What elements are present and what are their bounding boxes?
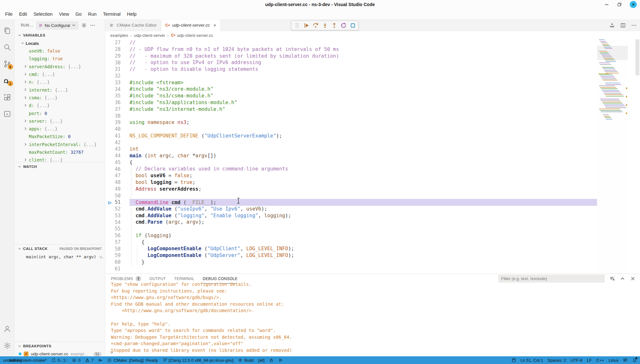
variable-row[interactable]: useV6: false	[14, 47, 105, 55]
breakpoint-checkbox[interactable]: ✓	[24, 352, 29, 356]
code-line[interactable]: 32	[105, 73, 640, 79]
code-line[interactable]: 54 cmd.Parse (argc, argv);	[105, 219, 640, 226]
status-item-warning-count[interactable]: 7	[85, 358, 94, 363]
code-line[interactable]: 47 bool useV6 = false;	[105, 172, 640, 179]
line-number[interactable]: 32	[105, 73, 130, 79]
variable-row[interactable]: server: {...}	[14, 117, 105, 125]
code-line[interactable]: 37#include "ns3/internet-module.h"	[105, 106, 640, 113]
step-out-button[interactable]	[330, 21, 338, 29]
line-number[interactable]: 39	[105, 120, 130, 125]
line-number[interactable]: 54	[105, 219, 130, 225]
code-line[interactable]: 42	[105, 139, 640, 146]
maximize-panel-icon[interactable]	[620, 276, 625, 281]
code-line[interactable]: 33#include <fstream>	[105, 79, 640, 86]
chevron-right-icon[interactable]	[23, 119, 28, 123]
watch-section-header[interactable]: WATCH	[14, 162, 105, 171]
gear-icon[interactable]	[81, 22, 87, 28]
code-line[interactable]: 61	[105, 266, 640, 272]
status-item-cmake-launch[interactable]	[278, 358, 283, 363]
code-line[interactable]: 55	[105, 226, 640, 232]
line-number[interactable]: 48	[105, 179, 130, 185]
activity-explorer[interactable]	[0, 22, 14, 39]
continue-button[interactable]	[302, 21, 310, 29]
restore-button[interactable]	[617, 2, 622, 7]
code-line[interactable]: 52 cmd.AddValue ("useIpv6", "Use Ipv6", …	[105, 206, 640, 212]
variable-row[interactable]: cmd: {...}	[14, 70, 105, 78]
code-line[interactable]: 34#include "ns3/core-module.h"	[105, 86, 640, 93]
line-number[interactable]: 31	[105, 66, 130, 72]
line-number[interactable]: 46	[105, 166, 130, 172]
line-number[interactable]: 43	[105, 146, 130, 152]
code-line[interactable]: 38	[105, 112, 640, 119]
variable-row[interactable]: port: 0	[14, 109, 105, 117]
code-line[interactable]: 45{	[105, 159, 640, 166]
status-item-remote-os[interactable]: Linux	[609, 358, 619, 363]
status-item-error-count[interactable]: 0	[72, 358, 80, 363]
status-item-cmake-build[interactable]: Build	[238, 358, 253, 363]
code-line[interactable]: 31// - option to disable logging stateme…	[105, 66, 640, 73]
variable-row[interactable]: internet: {...}	[14, 86, 105, 94]
debug-config-dropdown[interactable]: No Configural	[36, 21, 78, 29]
variable-row[interactable]: csma: {...}	[14, 94, 105, 102]
menu-item-view[interactable]: View	[56, 10, 72, 18]
breadcrumb-item[interactable]: udp-client-server	[134, 33, 165, 38]
status-item-encoding[interactable]: UTF-8	[570, 358, 582, 363]
code-line[interactable]: 29// - maximum of 320 packets sent (or l…	[105, 53, 640, 60]
line-number[interactable]: 59	[105, 252, 130, 258]
code-line[interactable]: 56 if (logging)	[105, 232, 640, 239]
more-actions-icon[interactable]	[90, 22, 96, 28]
status-item-cmake-debug[interactable]	[269, 358, 274, 363]
more-actions-button[interactable]	[631, 22, 637, 28]
line-number[interactable]: 29	[105, 53, 130, 59]
activity-source-control[interactable]: 6	[0, 55, 14, 72]
variable-row[interactable]: maxPacketCount: 32767	[14, 148, 105, 156]
menu-item-help[interactable]: Help	[124, 10, 140, 18]
line-number[interactable]: 45	[105, 160, 130, 165]
status-item-feedback[interactable]	[623, 358, 628, 363]
close-button[interactable]: ×	[630, 1, 637, 8]
code-line[interactable]: 46 // Declare variables used in command-…	[105, 166, 640, 172]
line-number[interactable]: 55	[105, 226, 130, 232]
line-number[interactable]: 52	[105, 206, 130, 212]
line-number[interactable]: 27	[105, 40, 130, 46]
code-line[interactable]: 36#include "ns3/applications-module.h"	[105, 99, 640, 106]
code-line[interactable]: 60 }	[105, 259, 640, 266]
code-line[interactable]: 41NS_LOG_COMPONENT_DEFINE ("UdpClientSer…	[105, 133, 640, 139]
console-prompt[interactable]: >	[110, 350, 113, 355]
status-item-sync-status[interactable]: 0↓ 1↑	[51, 358, 68, 363]
variable-row[interactable]: MaxPacketSize: 0	[14, 133, 105, 140]
status-item-eol[interactable]: LF	[587, 358, 592, 363]
line-number[interactable]: 49	[105, 186, 130, 192]
line-number[interactable]: 38	[105, 113, 130, 119]
line-number[interactable]: 61	[105, 266, 130, 272]
menu-item-edit[interactable]: Edit	[16, 10, 30, 18]
debug-console-output[interactable]: Type "show configuration" for configurat…	[105, 281, 640, 356]
scrollbar-thumb[interactable]	[636, 39, 639, 75]
line-number[interactable]: 60	[105, 259, 130, 265]
line-number[interactable]: 50	[105, 193, 130, 199]
code-line[interactable]: 48 bool logging = true;	[105, 179, 640, 186]
code-line[interactable]: 53 cmd.AddValue ("logging", "Enable logg…	[105, 212, 640, 219]
status-item-cmake-status[interactable]: CMake: [Debug]: Ready	[107, 358, 158, 363]
activity-run-and-debug[interactable]: 1	[0, 72, 14, 89]
stop-button[interactable]	[349, 21, 357, 29]
chevron-right-icon[interactable]	[23, 95, 28, 100]
line-number[interactable]: 33	[105, 80, 130, 86]
code-line[interactable]: 49 Address serverAddress;	[105, 186, 640, 193]
activity-test-explorer[interactable]	[0, 105, 14, 122]
code-line[interactable]: 27//	[105, 39, 640, 46]
line-number[interactable]: 40	[105, 126, 130, 132]
start-debug-icon[interactable]	[38, 23, 43, 28]
console-filter-input[interactable]	[498, 275, 605, 283]
close-panel-icon[interactable]	[630, 276, 636, 281]
variable-row[interactable]: d: {...}	[14, 102, 105, 109]
tab-udp-client-server-cc[interactable]: C+udp-client-server.cc×	[161, 20, 221, 31]
clear-console-icon[interactable]	[610, 276, 615, 281]
chevron-right-icon[interactable]	[23, 64, 28, 69]
step-into-button[interactable]	[321, 21, 329, 29]
line-number[interactable]: 44	[105, 153, 130, 159]
variables-section-header[interactable]: VARIABLES	[14, 31, 105, 39]
menu-item-terminal[interactable]: Terminal	[100, 10, 124, 18]
minimap[interactable]	[597, 39, 628, 274]
run-or-debug-button[interactable]	[609, 22, 615, 28]
